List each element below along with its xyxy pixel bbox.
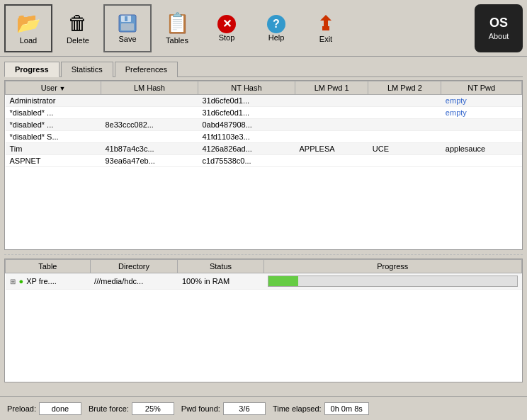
save-icon <box>118 13 137 35</box>
lm-pwd2-cell <box>368 131 441 143</box>
nt-pwd-cell <box>441 155 522 167</box>
tab-preferences[interactable]: Preferences <box>115 62 178 77</box>
nt-pwd-cell: empty <box>441 107 522 119</box>
divider <box>4 254 523 257</box>
user-cell: *disabled* S... <box>6 131 101 143</box>
user-cell: ASPNET <box>6 155 101 167</box>
pwd-found-label: Pwd found: <box>181 404 220 413</box>
password-table: User LM Hash NT Hash LM Pwd 1 LM Pwd 2 N… <box>5 81 522 167</box>
table-row[interactable]: *disabled* ... 31d6cfe0d1... empty <box>6 107 522 119</box>
main-content: Progress Statistics Preferences User LM … <box>0 57 527 406</box>
col-lm-hash: LM Hash <box>101 81 198 95</box>
lm-pwd1-cell: APPLESA <box>295 143 368 155</box>
lm-pwd1-cell <box>295 107 368 119</box>
nt-hash-cell: 0abd487908... <box>198 119 295 131</box>
lower-table-body: ⊞ ●XP fre.... ///media/hdc... 100% in RA… <box>6 273 522 290</box>
nt-pwd-cell <box>441 131 522 143</box>
lm-pwd2-cell <box>368 119 441 131</box>
pwd-found-status: Pwd found: 3/6 <box>181 402 266 415</box>
time-elapsed-status: Time elapsed: 0h 0m 8s <box>273 402 369 415</box>
lm-hash-cell <box>101 107 198 119</box>
load-button[interactable]: 📂 Load <box>4 4 52 52</box>
table-row[interactable]: Administrator 31d6cfe0d1... empty <box>6 95 522 107</box>
user-cell: *disabled* ... <box>6 107 101 119</box>
svg-rect-3 <box>125 16 128 21</box>
lower-col-status: Status <box>178 260 264 273</box>
table-row[interactable]: ⊞ ●XP fre.... ///media/hdc... 100% in RA… <box>6 273 522 290</box>
tab-statistics[interactable]: Statistics <box>61 62 113 77</box>
nt-pwd-cell: applesauce <box>441 143 522 155</box>
status-cell: 100% in RAM <box>178 273 264 290</box>
time-elapsed-value: 0h 0m 8s <box>324 402 369 415</box>
load-icon: 📂 <box>16 11 41 35</box>
progress-cell <box>264 273 522 290</box>
password-table-container: User LM Hash NT Hash LM Pwd 1 LM Pwd 2 N… <box>4 80 523 250</box>
lm-hash-cell: 93ea6a47eb... <box>101 155 198 167</box>
user-cell: Tim <box>6 143 101 155</box>
expand-icon[interactable]: ⊞ <box>10 278 16 285</box>
tables-button[interactable]: 📋 Tables <box>153 4 201 52</box>
table-row[interactable]: ASPNET 93ea6a47eb... c1d75538c0... <box>6 155 522 167</box>
lower-col-directory: Directory <box>90 260 178 273</box>
nt-hash-cell: 31d6cfe0d1... <box>198 107 295 119</box>
col-nt-hash: NT Hash <box>198 81 295 95</box>
exit-icon <box>316 13 336 35</box>
lower-col-progress: Progress <box>264 260 522 273</box>
col-lm-pwd1: LM Pwd 1 <box>295 81 368 95</box>
help-button[interactable]: ? Help <box>252 4 300 52</box>
lm-pwd2-cell <box>368 107 441 119</box>
help-icon: ? <box>267 15 285 33</box>
table-row[interactable]: *disabled* ... 8e33ccc082... 0abd487908.… <box>6 119 522 131</box>
lm-hash-cell <box>101 95 198 107</box>
lower-table: Table Directory Status Progress ⊞ ●XP fr… <box>5 259 522 290</box>
table-row[interactable]: Tim 41b87a4c3c... 4126a826ad... APPLESA … <box>6 143 522 155</box>
user-cell: *disabled* ... <box>6 119 101 131</box>
svg-rect-5 <box>322 26 329 30</box>
tables-icon: 📋 <box>165 11 190 35</box>
time-elapsed-label: Time elapsed: <box>273 404 322 413</box>
nt-hash-cell: 41fd1103e3... <box>198 131 295 143</box>
nt-hash-cell: c1d75538c0... <box>198 155 295 167</box>
lm-pwd1-cell <box>295 155 368 167</box>
nt-hash-cell: 4126a826ad... <box>198 143 295 155</box>
col-nt-pwd: NT Pwd <box>441 81 522 95</box>
statusbar: Preload: done Brute force: 25% Pwd found… <box>0 396 527 420</box>
brute-force-value: 25% <box>132 402 174 415</box>
lm-pwd1-cell <box>295 131 368 143</box>
user-cell: Administrator <box>6 95 101 107</box>
delete-button[interactable]: 🗑 Delete <box>54 4 102 52</box>
exit-button[interactable]: Exit <box>302 4 350 52</box>
about-button[interactable]: OS About <box>475 4 523 52</box>
tab-progress[interactable]: Progress <box>4 62 60 77</box>
preload-label: Preload: <box>7 404 36 413</box>
status-dot: ● <box>19 277 24 285</box>
lm-pwd2-cell: UCE <box>368 143 441 155</box>
brute-force-label: Brute force: <box>89 404 129 413</box>
preload-value: done <box>39 402 81 415</box>
about-icon: OS <box>489 16 508 30</box>
lm-pwd2-cell <box>368 155 441 167</box>
save-button[interactable]: Save <box>103 4 152 52</box>
pwd-found-value: 3/6 <box>223 402 266 415</box>
toolbar: 📂 Load 🗑 Delete Save 📋 Tables ✕ Stop ? H… <box>0 0 527 57</box>
stop-icon: ✕ <box>217 15 236 33</box>
lower-col-table: Table <box>6 260 91 273</box>
lm-pwd1-cell <box>295 95 368 107</box>
lm-hash-cell: 8e33ccc082... <box>101 119 198 131</box>
table-row[interactable]: *disabled* S... 41fd1103e3... <box>6 131 522 143</box>
lm-hash-cell <box>101 131 198 143</box>
nt-pwd-cell <box>441 119 522 131</box>
stop-button[interactable]: ✕ Stop <box>203 4 251 52</box>
svg-marker-4 <box>320 15 332 26</box>
lm-pwd2-cell <box>368 95 441 107</box>
col-lm-pwd2: LM Pwd 2 <box>368 81 441 95</box>
svg-rect-2 <box>121 23 134 30</box>
lm-hash-cell: 41b87a4c3c... <box>101 143 198 155</box>
progress-bar-outer <box>268 276 518 287</box>
password-table-body: Administrator 31d6cfe0d1... empty *disab… <box>6 95 522 167</box>
lower-table-container: Table Directory Status Progress ⊞ ●XP fr… <box>4 259 523 382</box>
preload-status: Preload: done <box>7 402 81 415</box>
brute-force-status: Brute force: 25% <box>89 402 174 415</box>
delete-icon: 🗑 <box>68 11 88 35</box>
col-user[interactable]: User <box>6 81 101 95</box>
